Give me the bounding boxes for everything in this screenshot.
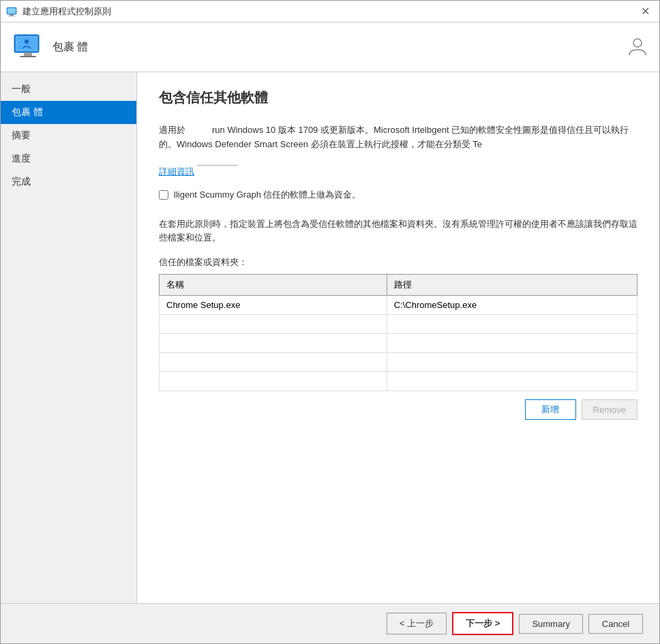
table-buttons: 新增 Remove [159, 399, 638, 420]
main-content: 包含信任其他軟體 適用於 run Windows 10 版本 1709 或更新版… [137, 72, 659, 603]
sidebar: 一般 包裹 體 摘要 進度 完成 [1, 72, 137, 603]
page-title: 包含信任其他軟體 [159, 89, 638, 107]
table-cell-name [160, 372, 387, 391]
table-row [160, 334, 638, 353]
col-header-path: 路徑 [387, 275, 637, 296]
svg-point-9 [25, 40, 29, 44]
header-left: 包裹 體 [12, 31, 88, 63]
content-area: 一般 包裹 體 摘要 進度 完成 包含信任其他軟體 適用於 run Window… [1, 72, 659, 603]
main-description: 適用於 run Windows 10 版本 1709 或更新版本。Microso… [159, 123, 638, 152]
section-description: 在套用此原則時，指定裝置上將包含為受信任軟體的其他檔案和資料夾。沒有系統管理許可… [159, 217, 638, 246]
sidebar-item-progress[interactable]: 進度 [1, 147, 136, 170]
trusted-files-table: 名稱 路徑 Chrome Setup.exe C:\ChromeSetup.ex… [159, 274, 638, 391]
details-link[interactable]: 詳細資訊 [159, 166, 194, 178]
title-bar-left: 建立應用程式控制原則 [6, 5, 111, 18]
svg-rect-3 [7, 8, 16, 14]
header-subtitle: 包裹 體 [52, 40, 88, 55]
table-row [160, 372, 638, 391]
table-row: Chrome Setup.exe C:\ChromeSetup.exe [160, 296, 638, 315]
sidebar-item-package[interactable]: 包裹 體 [1, 101, 136, 124]
title-bar-icon [6, 6, 17, 17]
sidebar-item-general[interactable]: 一般 [1, 78, 136, 101]
header-section: 包裹 體 [1, 22, 659, 72]
table-cell-name [160, 334, 387, 353]
table-cell-path [387, 353, 637, 372]
table-cell-path [387, 315, 637, 334]
title-bar: 建立應用程式控制原則 ✕ [1, 1, 659, 22]
footer: < 上一步 下一步 > Summary Cancel [1, 603, 659, 643]
table-cell-name [160, 353, 387, 372]
summary-button[interactable]: Summary [519, 614, 583, 634]
remove-button[interactable]: Remove [582, 399, 638, 420]
checkbox-row: lligent Scummy Graph 信任的軟體上做為資金。 [159, 189, 638, 201]
table-cell-path [387, 372, 637, 391]
sidebar-item-summary[interactable]: 摘要 [1, 124, 136, 147]
table-row [160, 353, 638, 372]
table-cell-path: C:\ChromeSetup.exe [387, 296, 637, 315]
svg-rect-2 [8, 16, 15, 16]
table-cell-name: Chrome Setup.exe [160, 296, 387, 315]
next-button[interactable]: 下一步 > [452, 612, 513, 635]
title-bar-title: 建立應用程式控制原則 [22, 5, 111, 18]
table-cell-name [160, 315, 387, 334]
trusted-label: 信任的檔案或資料夾： [159, 256, 638, 269]
main-window: 建立應用程式控制原則 ✕ 包裹 體 [0, 0, 660, 644]
checkbox-label: lligent Scummy Graph 信任的軟體上做為資金。 [174, 189, 361, 201]
svg-rect-7 [24, 52, 32, 56]
svg-point-10 [633, 39, 642, 47]
add-button[interactable]: 新增 [525, 399, 576, 420]
computer-icon [12, 31, 44, 63]
table-cell-path [387, 334, 637, 353]
close-button[interactable]: ✕ [637, 5, 654, 18]
sidebar-item-complete[interactable]: 完成 [1, 170, 136, 194]
table-row [160, 315, 638, 334]
cancel-button[interactable]: Cancel [588, 614, 643, 634]
svg-rect-1 [10, 14, 14, 16]
user-icon [627, 36, 648, 58]
back-button[interactable]: < 上一步 [387, 613, 447, 634]
col-header-name: 名稱 [160, 275, 387, 296]
svg-rect-8 [20, 56, 36, 57]
trusted-software-checkbox[interactable] [159, 190, 168, 200]
